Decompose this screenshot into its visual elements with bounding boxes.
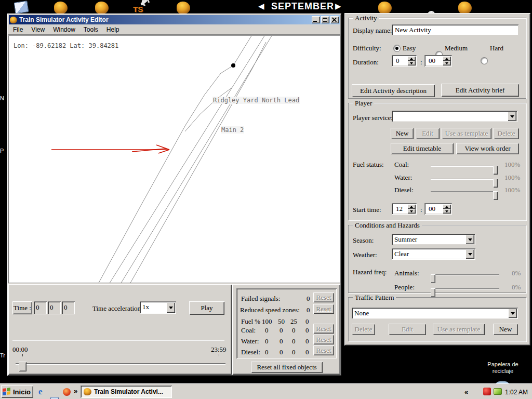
quicklaunch-overflow-chevron[interactable]: » <box>74 387 77 395</box>
display-settings-tray-icon[interactable] <box>494 388 502 395</box>
activity-editor-window: Train Simulator Activity Editor File Vie… <box>7 14 341 376</box>
water-slider-track[interactable] <box>431 179 497 180</box>
time-acceleration-select[interactable]: 1x <box>140 301 176 314</box>
animals-slider-thumb[interactable] <box>431 274 435 283</box>
menu-file[interactable]: File <box>9 25 27 34</box>
diesel-slider-track[interactable] <box>431 191 497 192</box>
play-button[interactable]: Play <box>189 301 224 315</box>
dropdown-button[interactable] <box>466 249 474 259</box>
dropdown-button[interactable] <box>466 235 474 244</box>
traffic-pattern-select[interactable]: None <box>352 308 518 319</box>
spin-up-button[interactable] <box>443 56 451 61</box>
diesel-slider-thumb[interactable] <box>493 191 498 200</box>
spin-up-button[interactable] <box>443 204 451 209</box>
player-edit-button[interactable]: Edit <box>416 128 440 139</box>
view-work-order-button[interactable]: View work order <box>456 143 519 154</box>
menu-view[interactable]: View <box>27 25 49 34</box>
reset-coal-button[interactable]: Reset <box>313 324 334 334</box>
animals-slider-track[interactable] <box>431 274 499 275</box>
menu-window[interactable]: Window <box>49 25 79 34</box>
coal-slider-track[interactable] <box>431 166 497 167</box>
antivirus-tray-icon[interactable] <box>483 388 491 395</box>
duration-minutes-spinner[interactable]: 00 <box>424 55 452 66</box>
ts-tools-desktop-icon[interactable]: TS <box>133 1 149 14</box>
recycle-bin-label-line1: Papelera de <box>483 361 523 368</box>
month-prev-arrow-icon[interactable]: ◀ <box>258 2 264 11</box>
reset-all-fixed-objects-button[interactable]: Reset all fixed objects <box>251 362 323 373</box>
weather-select[interactable]: Clear <box>392 248 475 260</box>
traffic-new-button[interactable]: New <box>493 324 518 335</box>
difficulty-easy-radio[interactable] <box>394 45 400 51</box>
menu-help[interactable]: Help <box>102 25 124 34</box>
chevron-down-icon <box>510 115 514 118</box>
traffic-edit-button[interactable]: Edit <box>389 324 426 335</box>
mail-desktop-icon[interactable] <box>14 1 29 14</box>
spin-up-button[interactable] <box>407 204 416 209</box>
reset-failed-signals-button[interactable]: Reset <box>313 292 334 302</box>
reset-reduced-zones-button[interactable]: Reset <box>313 304 334 314</box>
start-minutes-spinner[interactable]: 00 <box>424 203 452 215</box>
time-acceleration-value: 1x <box>142 303 149 311</box>
dropdown-button[interactable] <box>508 112 516 121</box>
menu-tools[interactable]: Tools <box>79 25 102 34</box>
traffic-new-label: New <box>499 325 512 334</box>
duration-hours-spinner[interactable]: 0 <box>392 55 417 66</box>
coal-slider-thumb[interactable] <box>493 166 498 175</box>
reset-diesel-button[interactable]: Reset <box>313 345 334 355</box>
show-desktop-quicklaunch-icon[interactable] <box>50 397 59 399</box>
route-map-view[interactable]: Lon: -89.62182 Lat: 39.84281 Ridgley Yar… <box>8 35 340 283</box>
player-use-as-template-button[interactable]: Use as template <box>442 128 491 139</box>
task-button-label: Train Simulator Activi... <box>94 388 163 395</box>
gold-desktop-icon[interactable] <box>54 2 68 14</box>
season-select[interactable]: Summer <box>392 234 475 245</box>
traffic-use-as-template-button[interactable]: Use as template <box>433 324 485 335</box>
spin-up-button[interactable] <box>407 56 416 61</box>
traffic-delete-button[interactable]: Delete <box>352 324 375 335</box>
minimize-button[interactable] <box>312 16 320 23</box>
spin-down-button[interactable] <box>443 209 451 214</box>
gold-desktop-icon[interactable] <box>378 2 392 14</box>
internet-explorer-quicklaunch-icon[interactable]: e <box>38 387 48 396</box>
spin-down-button[interactable] <box>407 209 416 214</box>
time-range-end: 23:59 <box>211 345 227 354</box>
traffic-delete-label: Delete <box>355 325 373 334</box>
maximize-button[interactable] <box>321 16 329 23</box>
spin-down-button[interactable] <box>407 61 416 65</box>
people-slider-track[interactable] <box>431 288 499 289</box>
start-hours-spinner[interactable]: 12 <box>392 203 417 215</box>
track-label-main2: Main 2 <box>221 126 244 134</box>
recycle-bin-label[interactable]: Papelera de reciclaje <box>483 361 523 375</box>
player-new-button[interactable]: New <box>391 128 414 139</box>
task-button-train-simulator[interactable]: Train Simulator Activi... <box>81 385 172 398</box>
edit-timetable-button[interactable]: Edit timetable <box>391 143 454 154</box>
app-quicklaunch-icon[interactable] <box>63 388 71 396</box>
chevron-up-icon <box>445 58 448 60</box>
spin-down-button[interactable] <box>443 61 451 65</box>
gold-desktop-icon[interactable] <box>458 2 472 14</box>
edit-activity-description-button[interactable]: Edit Activity description <box>352 84 435 97</box>
display-name-input[interactable]: New Activity <box>392 24 518 35</box>
coal-slider-label: Coal: <box>394 161 409 169</box>
gold-desktop-icon[interactable] <box>177 2 190 14</box>
water-slider-thumb[interactable] <box>493 179 498 188</box>
time-seconds-box: 0 <box>62 301 75 314</box>
gold-desktop-icon[interactable] <box>95 2 109 14</box>
player-service-select[interactable] <box>392 111 517 122</box>
dropdown-button[interactable] <box>508 309 517 318</box>
conditions-group: Conditions and Hazards Season: Summer We… <box>348 225 526 293</box>
month-next-arrow-icon[interactable]: ▶ <box>335 2 341 11</box>
difficulty-hard-radio[interactable] <box>481 58 487 64</box>
time-slider-thumb[interactable] <box>19 357 26 371</box>
reset-water-button[interactable]: Reset <box>313 335 334 344</box>
people-slider-thumb[interactable] <box>431 288 435 297</box>
player-delete-button[interactable]: Delete <box>494 128 519 139</box>
close-button[interactable] <box>330 16 339 23</box>
tray-chevron[interactable]: « <box>464 388 468 396</box>
window-titlebar[interactable]: Train Simulator Activity Editor <box>9 15 340 24</box>
water-value: 0 <box>265 337 269 345</box>
dropdown-button[interactable] <box>166 302 175 313</box>
time-slider-track[interactable] <box>16 363 225 365</box>
player-edit-label: Edit <box>422 129 433 138</box>
start-button[interactable]: Inicio <box>1 385 33 398</box>
edit-activity-brief-button[interactable]: Edit Activity brief <box>441 84 519 97</box>
